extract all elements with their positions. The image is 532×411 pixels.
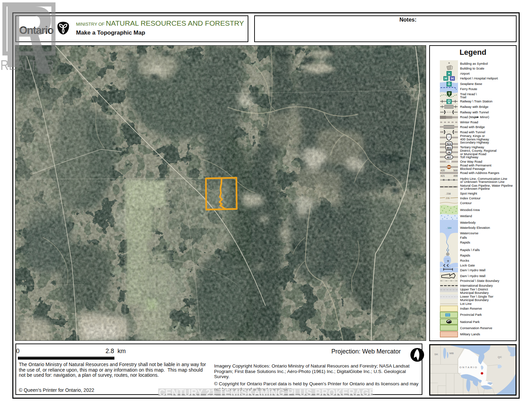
svg-text:Winter Road: Winter Road [460, 120, 478, 124]
svg-text:407: 407 [447, 156, 451, 159]
svg-text:Lock Gate: Lock Gate [460, 263, 475, 267]
svg-text:Provincial Park: Provincial Park [460, 313, 482, 316]
svg-text:or Unknown Pipeline: or Unknown Pipeline [460, 187, 490, 190]
svg-text:Rapids: Rapids [460, 240, 470, 244]
svg-text:Minor): Minor) [480, 115, 489, 119]
svg-text:524: 524 [447, 142, 451, 146]
svg-text:Contour: Contour [460, 201, 472, 205]
svg-text:Conservation Reserve: Conservation Reserve [460, 326, 492, 330]
svg-text:Building to Scale: Building to Scale [460, 66, 484, 70]
svg-text:Railway \ Train Station: Railway \ Train Station [460, 99, 493, 103]
svg-text:Seaplane Base: Seaplane Base [460, 82, 482, 86]
svg-text:801: 801 [447, 146, 451, 149]
svg-text:Trail: Trail [460, 95, 466, 99]
svg-text:500: 500 [453, 169, 458, 172]
svg-text:Military Lands: Military Lands [460, 332, 480, 336]
svg-text:Dam \ Hydro Wall: Dam \ Hydro Wall [460, 268, 485, 272]
svg-text:7: 7 [448, 136, 449, 139]
svg-text:420: 420 [441, 169, 445, 172]
svg-text:Index Contour: Index Contour [460, 196, 481, 200]
svg-text:Road with Tunnel: Road with Tunnel [460, 130, 485, 134]
svg-text:Secondary Highway: Secondary Highway [460, 140, 489, 144]
svg-text:Ferry Route: Ferry Route [460, 87, 477, 91]
svg-text:Rapids \ Falls: Rapids \ Falls [460, 248, 480, 252]
svg-text:206: 206 [446, 197, 450, 199]
svg-text:28: 28 [447, 151, 450, 154]
svg-text:Indian Reserve: Indian Reserve [460, 307, 482, 310]
svg-text:Wooded Area: Wooded Area [460, 208, 480, 212]
svg-text:Railway with Bridge: Railway with Bridge [460, 105, 488, 109]
svg-text:International Boundary: International Boundary [460, 284, 493, 287]
svg-text:Waterbody Elevation: Waterbody Elevation [460, 226, 490, 229]
svg-text:Airport: Airport [460, 72, 470, 75]
svg-text:Waterbody: Waterbody [460, 221, 476, 224]
svg-text:or Unknown Transmission Line: or Unknown Transmission Line [460, 180, 505, 184]
svg-text:MB: MB [449, 352, 454, 355]
svg-text:Municipal Boundary: Municipal Boundary [460, 291, 489, 295]
svg-text:Road with Address Ranges: Road with Address Ranges [460, 171, 499, 175]
svg-text:Lot Line: Lot Line [460, 302, 472, 306]
svg-text:Rocks: Rocks [460, 259, 469, 262]
svg-text:Provincial \ State Boundary: Provincial \ State Boundary [460, 279, 499, 283]
svg-text:Blocked Passage: Blocked Passage [460, 167, 485, 171]
svg-text:Toll Highway: Toll Highway [460, 155, 479, 159]
svg-text:Watercourse: Watercourse [460, 231, 479, 235]
svg-text:ONTARIO: ONTARIO [459, 366, 478, 369]
svg-text:. 184: . 184 [446, 227, 451, 229]
svg-text:One Way Road: One Way Road [460, 160, 482, 163]
svg-text:Heliport \ Hospital Heliport: Heliport \ Hospital Heliport [460, 76, 498, 80]
svg-text:National Park: National Park [460, 320, 480, 324]
svg-text:Spot Height: Spot Height [460, 191, 477, 195]
svg-text:Building as Symbol: Building as Symbol [460, 62, 488, 65]
svg-text:499: 499 [453, 174, 458, 177]
svg-text:Railway with Tunnel: Railway with Tunnel [460, 110, 489, 114]
svg-text:QC: QC [498, 356, 502, 359]
svg-text:SK: SK [434, 353, 438, 356]
svg-text:Dam \ Hydro Wall: Dam \ Hydro Wall [460, 274, 485, 278]
svg-text:Wetland: Wetland [460, 214, 472, 218]
svg-text:Municipal Boundary: Municipal Boundary [460, 298, 489, 302]
svg-text:421: 421 [441, 174, 445, 177]
svg-text:Rapids: Rapids [460, 253, 470, 257]
svg-text:Falls: Falls [460, 236, 467, 239]
svg-text:Road with Bridge: Road with Bridge [460, 125, 485, 129]
svg-text:. 238: . 238 [445, 192, 451, 195]
